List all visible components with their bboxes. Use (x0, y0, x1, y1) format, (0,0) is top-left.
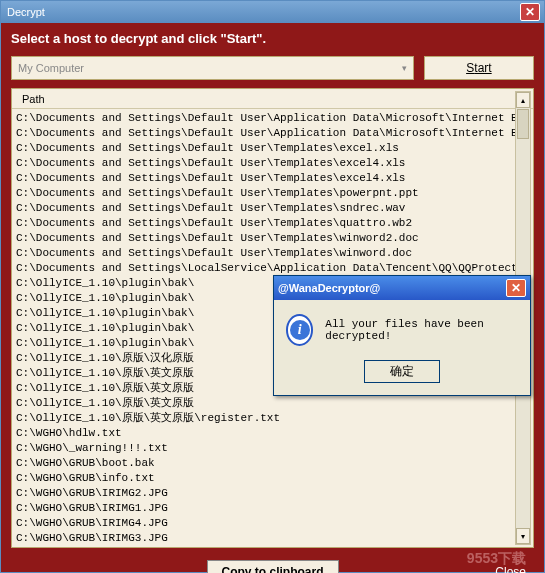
file-row[interactable]: C:\Documents and Settings\Default User\A… (16, 111, 529, 126)
file-row[interactable]: C:\Documents and Settings\Default User\T… (16, 186, 529, 201)
file-row[interactable]: C:\WGHO\GRUB\ysazxx.txt (16, 546, 529, 548)
host-select-value: My Computer (18, 62, 84, 74)
start-label: Start (466, 61, 491, 75)
file-row[interactable]: C:\Documents and Settings\Default User\T… (16, 201, 529, 216)
start-button[interactable]: Start (424, 56, 534, 80)
chevron-down-icon: ▾ (402, 63, 407, 73)
file-row[interactable]: C:\OllyICE_1.10\原版\英文原版 (16, 396, 529, 411)
file-row[interactable]: C:\Documents and Settings\Default User\T… (16, 216, 529, 231)
window-title: Decrypt (5, 6, 520, 18)
file-row[interactable]: C:\WGHO\GRUB\IRIMG4.JPG (16, 516, 529, 531)
file-row[interactable]: C:\WGHO\GRUB\info.txt (16, 471, 529, 486)
dialog-title: @WanaDecryptor@ (278, 282, 506, 294)
file-row[interactable]: C:\WGHO\GRUB\IRIMG3.JPG (16, 531, 529, 546)
file-row[interactable]: C:\Documents and Settings\Default User\T… (16, 141, 529, 156)
window-close-button[interactable]: ✕ (520, 3, 540, 21)
dialog-message: All your files have been decrypted! (325, 318, 518, 342)
instruction-text: Select a host to decrypt and click "Star… (11, 31, 534, 46)
info-glyph: i (290, 320, 310, 340)
dialog-close-button[interactable]: ✕ (506, 279, 526, 297)
scroll-thumb[interactable] (517, 109, 529, 139)
top-controls: My Computer ▾ Start (11, 56, 534, 80)
scroll-down-button[interactable]: ▾ (516, 528, 530, 544)
dialog-ok-button[interactable]: 确定 (364, 360, 440, 383)
file-row[interactable]: C:\WGHO\hdlw.txt (16, 426, 529, 441)
file-row[interactable]: C:\Documents and Settings\Default User\A… (16, 126, 529, 141)
close-icon: ✕ (511, 281, 521, 295)
file-row[interactable]: C:\WGHO\_warning!!!.txt (16, 441, 529, 456)
copy-to-clipboard-button[interactable]: Copy to clipboard (207, 560, 339, 573)
info-icon: i (286, 314, 313, 346)
column-header-path[interactable]: Path (12, 89, 533, 109)
file-row[interactable]: C:\Documents and Settings\Default User\T… (16, 231, 529, 246)
host-select[interactable]: My Computer ▾ (11, 56, 414, 80)
bottom-bar: Copy to clipboard Close (1, 554, 544, 573)
decrypt-window: Decrypt ✕ Select a host to decrypt and c… (0, 0, 545, 573)
dialog-title-bar: @WanaDecryptor@ ✕ (274, 276, 530, 300)
message-dialog: @WanaDecryptor@ ✕ i All your files have … (273, 275, 531, 396)
file-row[interactable]: C:\Documents and Settings\LocalService\A… (16, 261, 529, 276)
title-bar: Decrypt ✕ (1, 1, 544, 23)
file-row[interactable]: C:\Documents and Settings\Default User\T… (16, 246, 529, 261)
close-icon: ✕ (525, 5, 535, 19)
file-row[interactable]: C:\WGHO\GRUB\boot.bak (16, 456, 529, 471)
file-row[interactable]: C:\Documents and Settings\Default User\T… (16, 171, 529, 186)
scroll-up-button[interactable]: ▴ (516, 92, 530, 108)
close-link[interactable]: Close (495, 565, 526, 573)
file-row[interactable]: C:\OllyICE_1.10\原版\英文原版\register.txt (16, 411, 529, 426)
dialog-message-row: i All your files have been decrypted! (286, 314, 518, 346)
file-row[interactable]: C:\Documents and Settings\Default User\T… (16, 156, 529, 171)
file-row[interactable]: C:\WGHO\GRUB\IRIMG2.JPG (16, 486, 529, 501)
file-row[interactable]: C:\WGHO\GRUB\IRIMG1.JPG (16, 501, 529, 516)
dialog-body: i All your files have been decrypted! 确定 (274, 300, 530, 395)
